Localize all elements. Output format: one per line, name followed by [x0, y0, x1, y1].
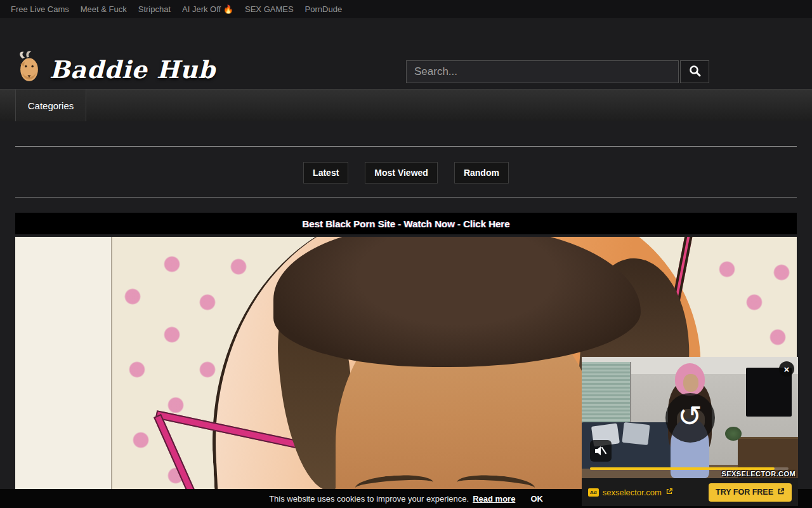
- sort-filter-row: Latest Most Viewed Random: [0, 162, 812, 184]
- promo-link-sex-games[interactable]: SEX GAMES: [239, 4, 299, 14]
- cookie-read-more-link[interactable]: Read more: [473, 494, 515, 504]
- separator-bottom: [15, 197, 797, 197]
- ad-site-link[interactable]: Ad sexselector.com: [588, 486, 673, 498]
- site-logo[interactable]: Baddie Hub: [13, 50, 216, 89]
- ad-badge: Ad: [588, 488, 599, 497]
- promo-link-ai-jerk-off[interactable]: AI Jerk Off 🔥: [176, 4, 239, 14]
- promo-link-free-live-cams[interactable]: Free Live Cams: [5, 4, 75, 14]
- cookie-ok-button[interactable]: OK: [530, 494, 543, 504]
- thumb-hair-top: [273, 237, 641, 367]
- search-bar: [406, 60, 709, 83]
- external-link-icon: [665, 486, 673, 498]
- filter-latest-button[interactable]: Latest: [303, 162, 348, 184]
- promo-link-porndude[interactable]: PornDude: [299, 4, 348, 14]
- nav-item-categories-label: Categories: [28, 100, 74, 111]
- filter-random-button[interactable]: Random: [454, 162, 509, 184]
- search-button[interactable]: [680, 60, 709, 83]
- text-ad-banner[interactable]: Best Black Porn Site - Watch Now - Click…: [15, 213, 797, 234]
- filter-most-viewed-button[interactable]: Most Viewed: [365, 162, 438, 184]
- replay-glyph: ↺: [678, 399, 702, 433]
- nav-item-categories[interactable]: Categories: [15, 90, 86, 121]
- search-input[interactable]: [406, 60, 679, 83]
- site-header: Baddie Hub: [0, 18, 812, 89]
- replay-icon[interactable]: ↺: [665, 393, 715, 443]
- ad-info-bar: Ad sexselector.com TRY FOR FREE: [582, 478, 798, 506]
- video-ad-overlay: ↺ SEXSELECTOR.COM × Ad sexselector.com: [582, 357, 798, 506]
- separator-top: [15, 146, 797, 147]
- ad-close-button[interactable]: ×: [779, 361, 794, 377]
- top-promo-bar: Free Live Cams Meet & Fuck Stripchat AI …: [0, 0, 812, 18]
- ad-scene-plant: [725, 427, 742, 441]
- muted-audio-icon[interactable]: [590, 440, 612, 462]
- search-icon: [689, 65, 701, 79]
- site-title: Baddie Hub: [49, 55, 216, 84]
- close-icon: ×: [784, 364, 790, 375]
- ad-video-player[interactable]: ↺ SEXSELECTOR.COM ×: [582, 357, 798, 478]
- ad-cta-button[interactable]: TRY FOR FREE: [709, 483, 792, 502]
- cookie-message: This website uses cookies to improve you…: [269, 494, 469, 504]
- ad-cta-label: TRY FOR FREE: [716, 488, 773, 497]
- promo-link-meet-and-fuck[interactable]: Meet & Fuck: [75, 4, 133, 14]
- ad-person-face: [683, 374, 698, 392]
- goat-icon: [13, 50, 46, 89]
- main-nav: Categories: [0, 89, 812, 121]
- external-link-icon: [777, 488, 785, 497]
- promo-link-stripchat[interactable]: Stripchat: [133, 4, 176, 14]
- ad-site-label: sexselector.com: [603, 488, 662, 497]
- ad-watermark: SEXSELECTOR.COM: [722, 470, 796, 478]
- ad-scene-pillow: [622, 422, 650, 446]
- text-ad-banner-label: Best Black Porn Site - Watch Now - Click…: [302, 218, 509, 229]
